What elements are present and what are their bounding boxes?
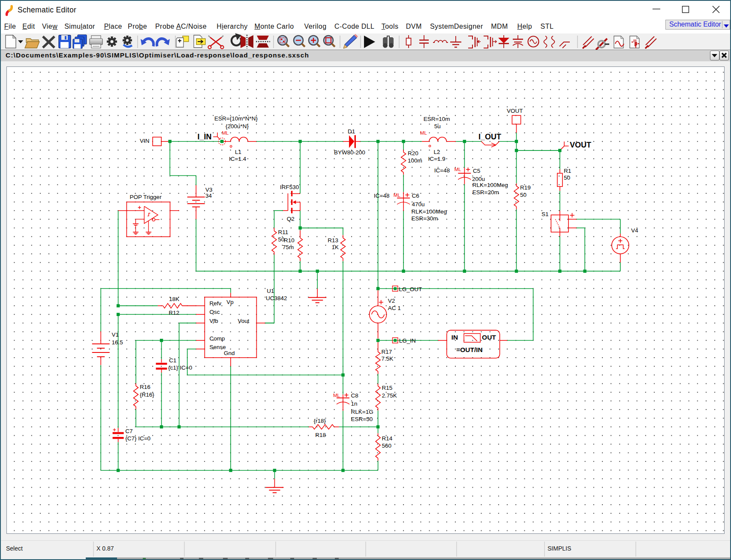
svg-text:IN: IN <box>451 334 458 341</box>
svg-text:ESR=50: ESR=50 <box>351 416 373 422</box>
svg-text:R19: R19 <box>520 184 531 191</box>
svg-text:1n: 1n <box>351 400 358 407</box>
svg-text:ESR=30m: ESR=30m <box>411 215 438 222</box>
svg-text:50: 50 <box>564 175 570 181</box>
svg-text:V1: V1 <box>111 331 119 338</box>
svg-text:34: 34 <box>205 193 212 199</box>
svg-text:ESR={10m*N*N}: ESR={10m*N*N} <box>214 115 258 122</box>
svg-text:U1: U1 <box>267 288 274 294</box>
svg-text:C5: C5 <box>473 168 480 174</box>
svg-text:S1: S1 <box>541 211 549 217</box>
svg-text:R18: R18 <box>315 432 326 438</box>
svg-text:ML: ML <box>222 130 229 135</box>
svg-text:AC 1: AC 1 <box>388 305 401 311</box>
svg-text:V2: V2 <box>388 298 395 304</box>
svg-text:LG_IN: LG_IN <box>399 337 416 344</box>
svg-text:C1: C1 <box>169 357 176 364</box>
svg-text:I_IN: I_IN <box>198 132 212 141</box>
svg-text:18K: 18K <box>169 296 179 302</box>
svg-text:R12: R12 <box>169 310 180 316</box>
svg-text:L1: L1 <box>235 149 241 155</box>
svg-text:=OUT/IN: =OUT/IN <box>456 346 483 353</box>
svg-text:V4: V4 <box>631 227 638 234</box>
svg-text:R10: R10 <box>284 237 295 244</box>
svg-text:ESR=20m: ESR=20m <box>472 189 499 196</box>
svg-text:560: 560 <box>382 443 392 449</box>
svg-text:R15: R15 <box>382 385 393 391</box>
svg-text:V3: V3 <box>205 187 213 193</box>
svg-text:Vfb: Vfb <box>209 318 218 324</box>
svg-text:R17: R17 <box>381 349 392 355</box>
svg-text:ESR=10m: ESR=10m <box>424 116 450 122</box>
svg-text:L2: L2 <box>434 149 440 155</box>
svg-text:RLK=100Meg: RLK=100Meg <box>472 182 508 188</box>
svg-text:{R16}: {R16} <box>140 391 154 398</box>
svg-text:BYW80-200: BYW80-200 <box>334 149 365 156</box>
svg-text:IC=48: IC=48 <box>374 193 389 199</box>
svg-text:Refv: Refv <box>209 300 221 307</box>
svg-text:POP Trigger: POP Trigger <box>130 194 162 200</box>
svg-text:{c1} IC=0: {c1} IC=0 <box>168 364 192 371</box>
svg-text:ML: ML <box>394 193 401 198</box>
svg-text:C6: C6 <box>412 193 419 199</box>
svg-text:100m: 100m <box>408 157 422 164</box>
svg-text:I_OUT: I_OUT <box>478 132 501 141</box>
svg-text:IC=1.4: IC=1.4 <box>229 156 247 162</box>
svg-text:IRF530: IRF530 <box>280 184 299 190</box>
svg-text:R14: R14 <box>382 435 393 442</box>
svg-text:2.75K: 2.75K <box>382 392 397 399</box>
svg-text:RLK=100Meg: RLK=100Meg <box>411 208 447 215</box>
svg-text:ML: ML <box>454 167 462 172</box>
svg-text:Vout: Vout <box>238 318 250 324</box>
svg-text:UC3842: UC3842 <box>266 295 287 301</box>
svg-text:200u: 200u <box>472 176 485 182</box>
svg-text:VOUT: VOUT <box>507 108 523 114</box>
svg-text:{r18}: {r18} <box>313 418 326 424</box>
svg-text:R1: R1 <box>564 168 571 174</box>
svg-text:5u: 5u <box>434 123 441 129</box>
svg-text:RLK=1G: RLK=1G <box>351 409 373 415</box>
svg-text:Sense: Sense <box>209 344 226 350</box>
svg-text:C8: C8 <box>351 392 358 399</box>
svg-text:LG_OUT: LG_OUT <box>399 286 422 292</box>
svg-text:ML: ML <box>420 130 427 135</box>
svg-text:VOUT: VOUT <box>570 141 591 149</box>
svg-text:7.5K: 7.5K <box>381 355 393 362</box>
svg-text:VIN: VIN <box>140 138 150 144</box>
svg-text:IC=1.9: IC=1.9 <box>428 156 445 162</box>
svg-text:75m: 75m <box>283 244 294 250</box>
svg-text:470u: 470u <box>412 201 425 208</box>
svg-text:OUT: OUT <box>482 334 496 341</box>
svg-text:R13: R13 <box>328 237 338 244</box>
svg-text:{C7} IC=0: {C7} IC=0 <box>125 435 150 442</box>
svg-text:50: 50 <box>520 192 526 198</box>
svg-text:ML: ML <box>333 393 340 398</box>
svg-text:D1: D1 <box>348 128 355 135</box>
svg-text:16.5: 16.5 <box>111 339 123 346</box>
svg-text:Comp: Comp <box>209 335 225 342</box>
svg-text:Vp: Vp <box>226 299 234 305</box>
svg-text:{200u*N}: {200u*N} <box>226 123 249 129</box>
svg-text:1K: 1K <box>332 244 339 250</box>
svg-text:C7: C7 <box>125 428 132 434</box>
svg-text:Gnd: Gnd <box>224 350 235 356</box>
svg-text:Osc: Osc <box>209 309 220 315</box>
svg-text:R16: R16 <box>140 384 150 390</box>
svg-text:IC=48: IC=48 <box>434 167 450 174</box>
svg-text:R20: R20 <box>408 150 418 157</box>
svg-text:R11: R11 <box>278 229 289 235</box>
svg-text:Q2: Q2 <box>287 216 295 222</box>
